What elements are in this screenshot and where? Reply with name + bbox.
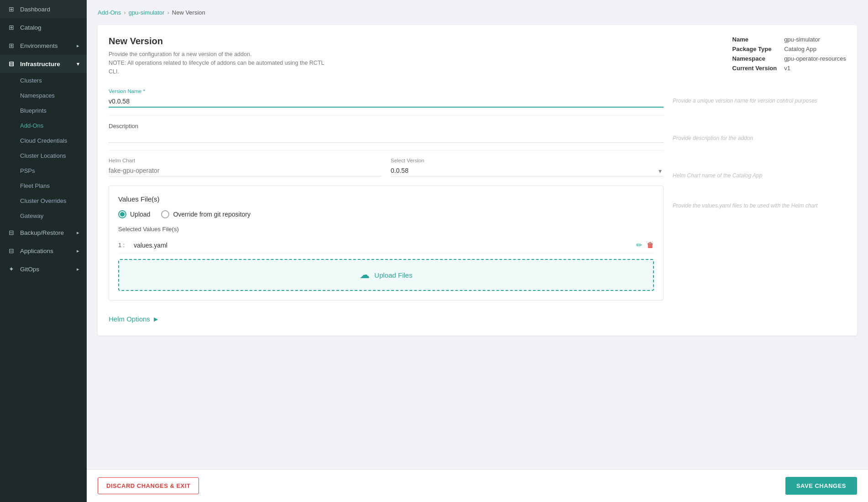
sidebar-item-applications[interactable]: ⊟ Applications ▸ bbox=[0, 242, 87, 260]
meta-namespace-label: Namespace bbox=[732, 55, 777, 62]
sidebar-item-label: Applications bbox=[20, 248, 53, 254]
breadcrumb-sep-1: › bbox=[124, 9, 125, 16]
file-name: values.yaml bbox=[134, 242, 632, 249]
sidebar-item-cluster-locations[interactable]: Cluster Locations bbox=[0, 148, 87, 163]
values-files-section: Values File(s) Upload Override from git … bbox=[109, 186, 664, 300]
meta-package-type-label: Package Type bbox=[732, 46, 777, 52]
sidebar-item-label: Backup/Restore bbox=[20, 229, 64, 236]
chevron-right-icon: ▸ bbox=[77, 248, 79, 254]
sidebar-item-label: Catalog bbox=[20, 24, 42, 31]
page-title: New Version bbox=[109, 36, 714, 47]
dashboard-icon: ⊞ bbox=[7, 5, 16, 13]
description-hint-spacer: Provide description for the addon bbox=[673, 126, 846, 141]
radio-upload-option[interactable]: Upload bbox=[118, 210, 150, 218]
sidebar-item-environments[interactable]: ⊞ Environments ▸ bbox=[0, 36, 87, 55]
sidebar-item-label: GitOps bbox=[20, 266, 39, 273]
upload-cloud-icon: ☁ bbox=[360, 269, 370, 281]
upload-files-label: Upload Files bbox=[374, 271, 412, 279]
sidebar-item-label: Environments bbox=[20, 42, 58, 49]
environments-icon: ⊞ bbox=[7, 42, 16, 49]
delete-icon[interactable]: 🗑 bbox=[647, 241, 654, 249]
footer: DISCARD CHANGES & EXIT SAVE CHANGES bbox=[87, 469, 868, 502]
sidebar-item-clusters[interactable]: Clusters bbox=[0, 73, 87, 88]
meta-name-value: gpu-simulator bbox=[784, 36, 846, 43]
form-area: Version Name * Description Helm Chart bbox=[109, 88, 846, 325]
select-wrapper: 0.0.58 bbox=[391, 165, 664, 176]
radio-upload-circle bbox=[118, 210, 126, 218]
sidebar-item-fleet-plans[interactable]: Fleet Plans bbox=[0, 178, 87, 193]
radio-override-option[interactable]: Override from git repository bbox=[161, 210, 251, 218]
sidebar-item-dashboard[interactable]: ⊞ Dashboard bbox=[0, 0, 87, 18]
chevron-down-icon: ▸ bbox=[77, 43, 79, 49]
version-select-label: Select Version bbox=[391, 158, 664, 163]
sidebar-item-psps[interactable]: PSPs bbox=[0, 163, 87, 178]
breadcrumb-addons[interactable]: Add-Ons bbox=[98, 9, 121, 16]
sidebar-item-gitops[interactable]: ✦ GitOps ▸ bbox=[0, 260, 87, 278]
meta-namespace-value: gpu-operator-resources bbox=[784, 55, 846, 62]
content-area: Add-Ons › gpu-simulator › New Version Ne… bbox=[87, 0, 868, 469]
radio-override-label: Override from git repository bbox=[173, 211, 251, 218]
description-input[interactable] bbox=[109, 131, 664, 143]
radio-upload-label: Upload bbox=[130, 211, 150, 218]
version-name-label: Version Name * bbox=[109, 88, 664, 94]
meta-current-version-value: v1 bbox=[784, 65, 846, 72]
sidebar-item-blueprints[interactable]: Blueprints bbox=[0, 103, 87, 118]
radio-group: Upload Override from git repository bbox=[118, 210, 654, 218]
version-name-field: Version Name * bbox=[109, 88, 664, 108]
page-header-left: New Version Provide the configuration fo… bbox=[109, 36, 714, 76]
chevron-down-icon: ▾ bbox=[77, 61, 79, 67]
values-files-hint: Provide the values.yaml files to be used… bbox=[673, 193, 846, 209]
form-left: Version Name * Description Helm Chart bbox=[109, 88, 673, 325]
sidebar-item-label: Infrastructure bbox=[20, 61, 60, 67]
sidebar-item-namespaces[interactable]: Namespaces bbox=[0, 88, 87, 103]
radio-override-circle bbox=[161, 210, 169, 218]
infrastructure-icon: ⊟ bbox=[7, 60, 16, 67]
breadcrumb-sep-2: › bbox=[167, 9, 169, 16]
breadcrumb: Add-Ons › gpu-simulator › New Version bbox=[98, 9, 857, 16]
chevron-right-icon: ▶ bbox=[154, 316, 158, 322]
sidebar-item-backup-restore[interactable]: ⊟ Backup/Restore ▸ bbox=[0, 223, 87, 242]
page-header: New Version Provide the configuration fo… bbox=[109, 36, 846, 76]
helm-options-label: Helm Options bbox=[109, 315, 150, 323]
description-area: Description bbox=[109, 123, 664, 143]
helm-chart-row: Helm Chart Select Version 0.0.58 bbox=[109, 158, 664, 176]
breadcrumb-gpu-simulator[interactable]: gpu-simulator bbox=[129, 9, 165, 16]
page-header-right: Name gpu-simulator Package Type Catalog … bbox=[732, 36, 846, 76]
breadcrumb-new-version: New Version bbox=[172, 9, 205, 16]
version-select[interactable]: 0.0.58 bbox=[391, 165, 664, 176]
helm-chart-field: Helm Chart bbox=[109, 158, 382, 176]
main-content: Add-Ons › gpu-simulator › New Version Ne… bbox=[87, 0, 868, 502]
version-name-hint: Provide a unique version name for versio… bbox=[673, 88, 846, 104]
edit-icon[interactable]: ✏ bbox=[636, 241, 642, 249]
version-name-input[interactable] bbox=[109, 96, 664, 108]
values-files-hint-spacer: Provide the values.yaml files to be used… bbox=[673, 193, 846, 209]
sidebar-item-catalog[interactable]: ⊞ Catalog bbox=[0, 18, 87, 36]
helm-chart-hint: Helm Chart name of the Catalog App bbox=[673, 163, 846, 179]
sidebar-item-addons[interactable]: Add-Ons bbox=[0, 118, 87, 133]
helm-chart-input[interactable] bbox=[109, 165, 382, 176]
sidebar-item-infrastructure[interactable]: ⊟ Infrastructure ▾ bbox=[0, 55, 87, 73]
save-button[interactable]: SAVE CHANGES bbox=[785, 477, 857, 495]
backup-icon: ⊟ bbox=[7, 229, 16, 236]
sidebar-item-label: Dashboard bbox=[20, 6, 50, 13]
file-item: 1 : values.yaml ✏ 🗑 bbox=[118, 237, 654, 254]
upload-area[interactable]: ☁ Upload Files bbox=[118, 259, 654, 291]
chevron-right-icon: ▸ bbox=[77, 230, 79, 236]
sidebar-item-cluster-overrides[interactable]: Cluster Overrides bbox=[0, 193, 87, 208]
description-label: Description bbox=[109, 123, 664, 129]
file-index: 1 : bbox=[118, 242, 129, 248]
gitops-icon: ✦ bbox=[7, 265, 16, 273]
selected-files-label: Selected Values File(s) bbox=[118, 226, 654, 233]
sidebar: ⊞ Dashboard ⊞ Catalog ⊞ Environments ▸ ⊟… bbox=[0, 0, 87, 502]
values-files-title: Values File(s) bbox=[118, 195, 654, 203]
meta-package-type-value: Catalog App bbox=[784, 46, 846, 52]
helm-options-row[interactable]: Helm Options ▶ bbox=[109, 310, 664, 325]
chevron-right-icon: ▸ bbox=[77, 266, 79, 272]
discard-button[interactable]: DISCARD CHANGES & EXIT bbox=[98, 477, 199, 494]
sidebar-item-gateway[interactable]: Gateway bbox=[0, 208, 87, 223]
applications-icon: ⊟ bbox=[7, 247, 16, 254]
form-hints: Provide a unique version name for versio… bbox=[673, 88, 846, 325]
sidebar-item-cloud-credentials[interactable]: Cloud Credentials bbox=[0, 133, 87, 148]
catalog-icon: ⊞ bbox=[7, 24, 16, 31]
meta-current-version-label: Current Version bbox=[732, 65, 777, 72]
